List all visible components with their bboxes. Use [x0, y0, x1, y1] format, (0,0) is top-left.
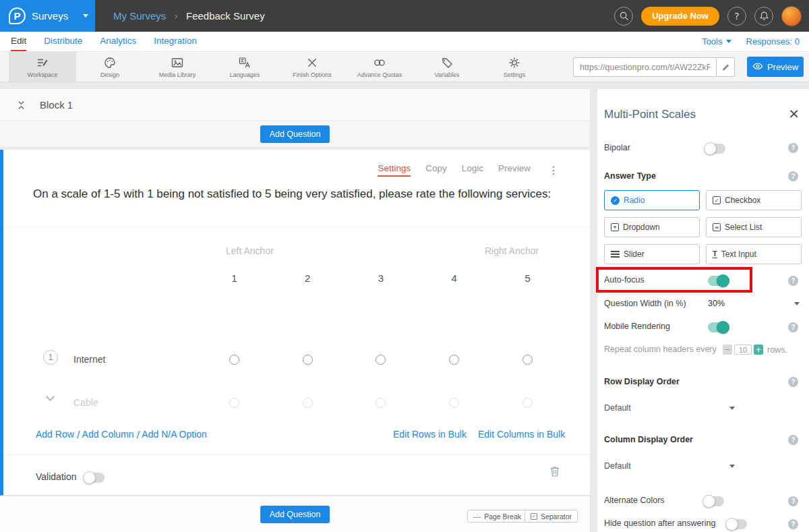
toolbar-item-workspace[interactable]: Workspace: [9, 52, 76, 82]
help-icon[interactable]: [788, 276, 798, 286]
question-more-menu-icon[interactable]: ⋮: [548, 164, 559, 177]
tools-menu[interactable]: Tools: [702, 36, 731, 47]
mobile-rendering-toggle[interactable]: [708, 322, 728, 332]
column-header[interactable]: 2: [271, 272, 344, 284]
radio-option[interactable]: [303, 355, 313, 365]
column-header[interactable]: 5: [491, 272, 564, 284]
right-anchor-label[interactable]: Right Anchor: [485, 245, 539, 256]
row-label-cable[interactable]: Cable: [73, 397, 98, 408]
add-na-option-link[interactable]: Add N/A Option: [142, 429, 207, 440]
stepper-minus-button[interactable]: −: [723, 345, 732, 355]
edit-rows-in-bulk-link[interactable]: Edit Rows in Bulk: [393, 429, 467, 440]
help-icon[interactable]: [788, 171, 798, 181]
add-row-link[interactable]: Add Row: [36, 429, 74, 440]
tab-analytics[interactable]: Analytics: [100, 32, 136, 51]
responses-link[interactable]: Responses: 0: [746, 36, 800, 47]
chevron-down-icon[interactable]: [794, 302, 800, 305]
question-text[interactable]: On a scale of 1-5 with 1 being not satis…: [33, 185, 552, 203]
help-icon[interactable]: [788, 377, 798, 387]
answer-type-checkbox[interactable]: Checkbox: [706, 190, 802, 210]
questionpro-logo-icon: P: [9, 7, 26, 24]
chevron-down-icon[interactable]: [729, 407, 735, 410]
repeat-headers-input[interactable]: [734, 345, 752, 355]
bipolar-toggle[interactable]: [705, 144, 725, 154]
edit-columns-in-bulk-link[interactable]: Edit Columns in Bulk: [478, 429, 565, 440]
answer-type-slider[interactable]: Slider: [604, 244, 700, 264]
stepper-plus-button[interactable]: +: [754, 345, 763, 355]
toolbar-item-media-library[interactable]: Media Library: [144, 52, 211, 82]
radio-option[interactable]: [303, 398, 313, 408]
column-display-order-select[interactable]: Default: [604, 461, 631, 471]
separator-button[interactable]: Separator: [525, 510, 578, 523]
radio-option[interactable]: [229, 355, 239, 365]
radio-option[interactable]: [376, 398, 386, 408]
chevron-down-icon[interactable]: [729, 465, 735, 468]
answer-type-text-input[interactable]: Text Input: [706, 244, 802, 264]
column-header[interactable]: 4: [417, 272, 491, 284]
toolbar-item-variables[interactable]: Variables: [413, 52, 481, 82]
chevron-down-icon: [83, 14, 88, 18]
close-icon[interactable]: ×: [788, 107, 800, 120]
radio-option[interactable]: [449, 355, 459, 365]
block-header: Block 1: [0, 89, 590, 121]
column-header[interactable]: 3: [344, 272, 418, 284]
add-question-button-bottom[interactable]: Add Question: [260, 506, 330, 523]
help-icon[interactable]: [788, 496, 798, 506]
repeat-headers-label: Repeat column headers every: [604, 345, 717, 354]
column-header[interactable]: 1: [198, 272, 271, 284]
toolbar-item-settings[interactable]: Settings: [481, 52, 548, 82]
help-icon[interactable]: [788, 322, 798, 332]
answer-type-select-list[interactable]: Select List: [706, 217, 802, 237]
radio-option[interactable]: [376, 355, 386, 365]
notifications-button[interactable]: [754, 7, 773, 26]
preview-button[interactable]: Preview: [747, 57, 804, 77]
toolbar-item-design[interactable]: Design: [76, 52, 144, 82]
add-column-link[interactable]: Add Column: [82, 429, 134, 440]
edit-url-button[interactable]: [716, 57, 735, 77]
help-icon[interactable]: [788, 435, 798, 445]
hide-after-answering-label: Hide question after answering: [604, 519, 715, 528]
breadcrumb-my-surveys[interactable]: My Surveys: [113, 10, 166, 22]
toolbar-item-advance-quotas[interactable]: Advance Quotas: [346, 52, 413, 82]
survey-url-input[interactable]: [573, 57, 716, 77]
upgrade-now-button[interactable]: Upgrade Now: [641, 7, 719, 26]
toolbar-item-finish-options[interactable]: Finish Options: [278, 52, 346, 82]
radio-option[interactable]: [522, 355, 533, 365]
block-title[interactable]: Block 1: [40, 99, 73, 111]
question-tab-settings[interactable]: Settings: [378, 163, 411, 177]
radio-option[interactable]: [449, 398, 459, 408]
radio-option[interactable]: [522, 398, 533, 408]
answer-type-radio[interactable]: Radio: [604, 190, 700, 210]
row-display-order-select[interactable]: Default: [604, 403, 631, 413]
help-icon[interactable]: [788, 519, 798, 529]
question-tab-preview[interactable]: Preview: [498, 163, 531, 177]
add-question-button-top[interactable]: Add Question: [260, 125, 330, 143]
answer-type-dropdown[interactable]: Dropdown: [604, 217, 700, 237]
alternate-colors-label: Alternate Colors: [604, 496, 665, 505]
row-label-internet[interactable]: Internet: [73, 354, 105, 365]
question-tab-logic[interactable]: Logic: [462, 163, 483, 177]
validation-toggle[interactable]: [84, 473, 104, 483]
auto-focus-toggle[interactable]: [708, 276, 728, 286]
help-icon[interactable]: [788, 143, 798, 153]
tab-integration[interactable]: Integration: [154, 32, 197, 51]
question-tab-copy[interactable]: Copy: [425, 163, 447, 177]
app-logo-menu[interactable]: P Surveys: [0, 0, 95, 32]
hide-after-answering-toggle[interactable]: [727, 519, 747, 529]
left-anchor-label[interactable]: Left Anchor: [226, 245, 274, 256]
help-button[interactable]: ?: [727, 7, 746, 26]
toolbar-item-languages[interactable]: Languages: [211, 52, 278, 82]
collapse-block-button[interactable]: [16, 100, 26, 111]
tab-edit[interactable]: Edit: [11, 32, 26, 51]
tab-distribute[interactable]: Distribute: [44, 32, 82, 51]
radio-option[interactable]: [229, 398, 239, 408]
tab-integration-label: Integration: [154, 36, 197, 46]
user-avatar[interactable]: [781, 6, 802, 26]
link-separator: /: [136, 429, 140, 440]
page-break-button[interactable]: Page Break: [467, 510, 527, 523]
row-expand-chevron[interactable]: [45, 394, 55, 404]
question-width-value[interactable]: 30%: [708, 299, 725, 308]
alternate-colors-toggle[interactable]: [704, 496, 724, 506]
delete-question-button[interactable]: [549, 465, 560, 479]
search-button[interactable]: [614, 7, 633, 26]
